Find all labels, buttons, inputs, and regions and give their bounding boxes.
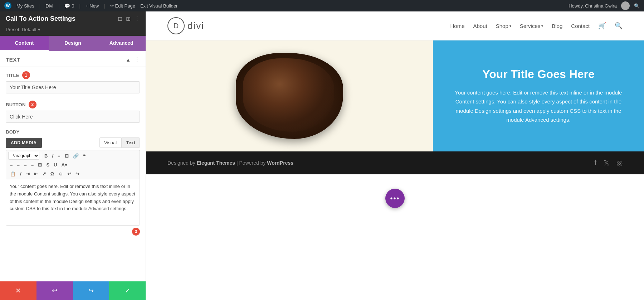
float-action-button[interactable]: ••• — [385, 189, 405, 208]
outdent-button[interactable]: ⇤ — [32, 170, 40, 178]
paste-button[interactable]: 📋 — [8, 170, 18, 178]
blockquote-button[interactable]: ❝ — [81, 152, 87, 160]
table-button[interactable]: ⊞ — [36, 161, 44, 169]
site-logo: D divi — [167, 17, 204, 34]
underline-button[interactable]: U — [52, 161, 59, 169]
instagram-icon[interactable]: ◎ — [616, 159, 623, 167]
link-button[interactable]: 🔗 — [71, 152, 80, 160]
body-editor[interactable]: Your content goes here. Edit or remove t… — [6, 179, 140, 226]
bold-button[interactable]: B — [43, 152, 49, 160]
new-menu[interactable]: + New — [86, 3, 99, 9]
body-label: Body — [6, 129, 140, 135]
tab-design[interactable]: Design — [49, 36, 97, 51]
search-nav-icon[interactable]: 🔍 — [615, 22, 623, 30]
ordered-list-button[interactable]: ⊟ — [63, 152, 70, 160]
cta-box: Your Title Goes Here Your content goes h… — [433, 40, 644, 151]
cta-title: Your Title Goes Here — [482, 68, 595, 81]
float-area: ••• — [146, 174, 644, 300]
edit-page-button[interactable]: ✏ Edit Page — [110, 3, 135, 9]
nav-services[interactable]: Services ▾ — [520, 23, 543, 29]
nav-home[interactable]: Home — [450, 23, 464, 29]
button-label: Button — [6, 102, 26, 107]
tab-content[interactable]: Content — [0, 36, 49, 51]
emoji-button[interactable]: ☺ — [57, 170, 65, 178]
my-sites-menu[interactable]: My Sites — [16, 3, 34, 9]
italic-button[interactable]: I — [50, 152, 55, 160]
strikethrough-button[interactable]: S — [44, 161, 51, 169]
site-header: D divi Home About Shop ▾ Services ▾ — [146, 11, 644, 40]
undo-editor-button[interactable]: ↩ — [65, 170, 73, 178]
align-left-button[interactable]: ≡ — [8, 161, 15, 169]
bottom-action-bar: ✕ ↩ ↪ ✓ — [0, 281, 146, 300]
minimize-icon[interactable]: ⊡ — [118, 15, 122, 22]
title-field-group: Title 1 — [0, 67, 146, 96]
search-icon[interactable]: 🔍 — [634, 3, 640, 9]
more-options-icon[interactable]: ⋮ — [134, 15, 140, 22]
special-char-button[interactable]: Ω — [49, 170, 56, 178]
tab-advanced[interactable]: Advanced — [97, 36, 146, 51]
body-badge-row: 3 — [0, 226, 146, 238]
nav-contact[interactable]: Contact — [571, 23, 590, 29]
add-media-button[interactable]: ADD MEDIA — [6, 138, 42, 148]
button-badge: 2 — [29, 101, 36, 108]
title-label: Title — [6, 73, 19, 78]
logo-circle: D — [167, 17, 185, 34]
site-footer: Designed by Elegant Themes | Powered by … — [146, 151, 644, 174]
user-avatar[interactable] — [621, 1, 630, 10]
hero-section: Your Title Goes Here Your content goes h… — [146, 40, 644, 151]
button-field-group: Button 2 — [0, 96, 146, 126]
sidebar-title: Call To Action Settings — [6, 15, 75, 23]
preset-bar: Preset: Default ▾ — [0, 26, 146, 36]
fullscreen-button[interactable]: ⤢ — [40, 170, 48, 178]
facebook-icon[interactable]: f — [594, 159, 596, 167]
format-toolbar: Paragraph Heading 1 Heading 2 B I ≡ ⊟ 🔗 … — [6, 150, 140, 179]
nav-about[interactable]: About — [473, 23, 487, 29]
align-center-button[interactable]: ≡ — [15, 161, 22, 169]
body-badge: 3 — [132, 228, 140, 236]
cart-icon[interactable]: 🛒 — [598, 22, 606, 30]
twitter-icon[interactable]: 𝕏 — [604, 159, 609, 167]
nav-blog[interactable]: Blog — [552, 23, 562, 29]
redo-button[interactable]: ↪ — [73, 281, 109, 300]
divi-menu[interactable]: Divi — [45, 3, 53, 9]
unordered-list-button[interactable]: ≡ — [56, 152, 62, 160]
services-chevron-icon: ▾ — [541, 24, 543, 28]
button-input[interactable] — [6, 111, 140, 123]
exit-visual-builder-button[interactable]: Exit Visual Builder — [140, 3, 178, 9]
italic2-button[interactable]: I — [18, 170, 23, 178]
visual-tab[interactable]: Visual — [99, 137, 121, 148]
sidebar-header-icons: ⊡ ⊞ ⋮ — [118, 15, 140, 22]
redo-editor-button[interactable]: ↪ — [74, 170, 81, 178]
comments-count[interactable]: 💬 0 — [64, 3, 74, 9]
undo-button[interactable]: ↩ — [36, 281, 73, 300]
wp-logo-icon[interactable]: W — [4, 2, 11, 9]
nav-shop[interactable]: Shop ▾ — [496, 23, 511, 29]
pencil-icon: ✏ — [110, 3, 114, 8]
settings-sidebar: Call To Action Settings ⊡ ⊞ ⋮ Preset: De… — [0, 11, 146, 300]
admin-user-area: Howdy, Christina Gwira 🔍 — [569, 1, 640, 10]
section-more-icon[interactable]: ⋮ — [134, 56, 140, 63]
footer-credit: Designed by Elegant Themes | Powered by … — [167, 160, 293, 166]
footer-social: f 𝕏 ◎ — [594, 159, 623, 167]
preview-pane: D divi Home About Shop ▾ Services ▾ — [146, 11, 644, 300]
wp-admin-bar: W My Sites | Divi | 💬 0 | + New | ✏ Edit… — [0, 0, 644, 11]
save-button[interactable]: ✓ — [109, 281, 146, 300]
sidebar-header: Call To Action Settings ⊡ ⊞ ⋮ — [0, 11, 146, 26]
cancel-button[interactable]: ✕ — [0, 281, 36, 300]
hero-image-area — [146, 40, 433, 151]
section-collapse-icon[interactable]: ▲ — [126, 57, 131, 63]
paragraph-select[interactable]: Paragraph Heading 1 Heading 2 — [8, 152, 39, 160]
preset-label[interactable]: Preset: Default ▾ — [6, 27, 40, 32]
indent-button[interactable]: ⇥ — [24, 170, 31, 178]
title-input[interactable] — [6, 81, 140, 93]
align-right-button[interactable]: ≡ — [22, 161, 29, 169]
expand-icon[interactable]: ⊞ — [126, 15, 131, 22]
text-tab[interactable]: Text — [121, 137, 140, 148]
settings-tabs: Content Design Advanced — [0, 36, 146, 51]
text-section-header: Text ▲ ⋮ — [0, 51, 146, 67]
justify-button[interactable]: ≡ — [29, 161, 36, 169]
bread-image — [236, 53, 343, 139]
text-color-button[interactable]: A▾ — [59, 161, 69, 169]
sidebar-content-area: Text ▲ ⋮ Title 1 Button 2 — [0, 51, 146, 281]
float-dots-icon: ••• — [390, 194, 400, 203]
